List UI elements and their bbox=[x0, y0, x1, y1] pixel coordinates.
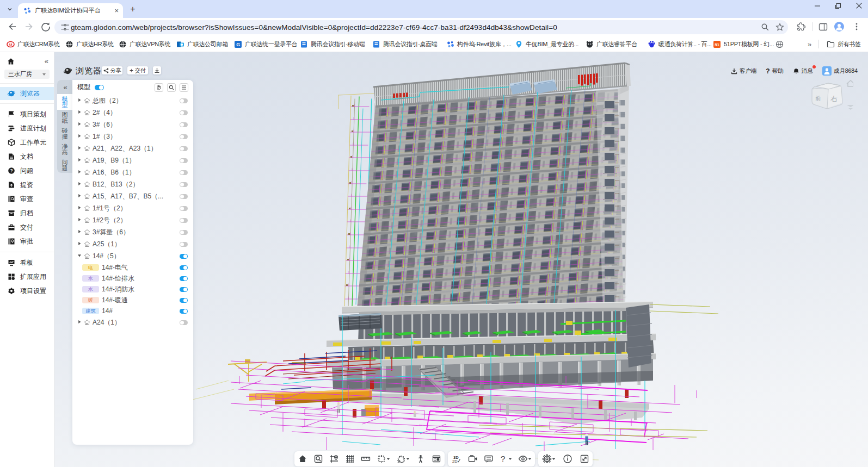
svg-text:51: 51 bbox=[715, 42, 719, 47]
svg-text:?: ? bbox=[10, 168, 13, 173]
svg-text:2D: 2D bbox=[452, 459, 458, 464]
svg-text:?: ? bbox=[501, 454, 505, 463]
svg-text:右: 右 bbox=[830, 95, 838, 103]
svg-text:UI: UI bbox=[9, 43, 13, 46]
svg-text:前: 前 bbox=[815, 95, 821, 102]
svg-text:G: G bbox=[236, 42, 240, 47]
